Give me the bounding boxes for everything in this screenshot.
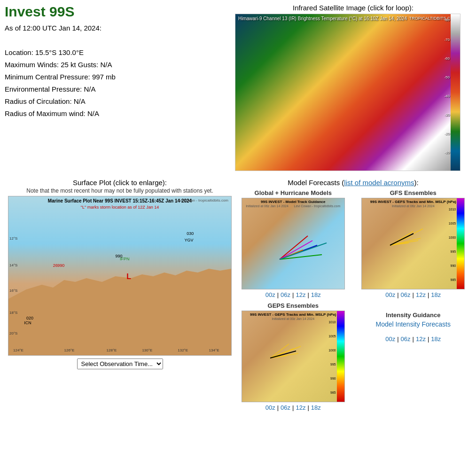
global-sep-1: | <box>277 291 279 298</box>
model-intensity-forecasts-link[interactable]: Model Intensity Forecasts <box>375 320 451 328</box>
geps-sep-3: | <box>307 404 309 411</box>
model-global-img-title: 99S INVEST - Model Track Guidance <box>261 200 325 204</box>
gefs-sep-3: | <box>428 291 429 298</box>
model-section-geps: GEPS Ensembles 99S INVEST - GEPS Tracks … <box>235 302 351 411</box>
model-global-image[interactable]: 99S INVEST - Model Track Guidance Initia… <box>242 198 345 289</box>
intensity-time-18z[interactable]: 18z <box>431 335 441 343</box>
model-geps-img-subtitle: Initialized at 00z Jan 14 2024 <box>272 317 314 320</box>
global-time-18z[interactable]: 18z <box>311 291 321 298</box>
model-panel: Model Forecasts (list of model acronyms)… <box>235 179 471 411</box>
satellite-panel: Infrared Satellite Image (click for loop… <box>235 4 471 171</box>
radius-circ: Radius of Circulation: N/A <box>5 96 230 107</box>
surface-label[interactable]: Surface Plot (click to enlarge): <box>73 179 167 187</box>
env-pressure: Environmental Pressure: N/A <box>5 84 230 95</box>
model-header: Model Forecasts (list of model acronyms)… <box>235 179 471 187</box>
gefs-time-12z[interactable]: 12z <box>416 291 426 298</box>
radius-max-wind: Radius of Maximum wind: N/A <box>5 108 230 119</box>
model-geps-time-links: 00z | 06z | 12z | 18z <box>265 404 321 411</box>
surface-map[interactable]: Marine Surface Plot Near 99S INVEST 15:1… <box>8 196 232 356</box>
gefs-sep-1: | <box>397 291 398 298</box>
geps-time-06z[interactable]: 06z <box>281 404 290 411</box>
observation-time-select[interactable]: Select Observation Time... <box>77 358 163 369</box>
model-section-global: Global + Hurricane Models 99S INVEST - M… <box>235 189 351 298</box>
model-acronym-link[interactable]: list of model acronyms <box>344 179 414 187</box>
satellite-overlay-text: Himawari-9 Channel 13 (IR) Brightness Te… <box>238 16 407 21</box>
gefs-time-00z[interactable]: 00z <box>385 291 395 298</box>
intensity-sep-1: | <box>397 335 398 343</box>
model-geps-image[interactable]: 99S INVEST - GEPS Tracks and Min. MSLP (… <box>242 311 345 402</box>
global-time-00z[interactable]: 00z <box>265 291 275 298</box>
model-geps-colorbar <box>337 311 344 402</box>
blank-line <box>5 35 230 46</box>
storm-marker-l: L <box>126 273 131 281</box>
surface-panel: Surface Plot (click to enlarge): Note th… <box>5 179 235 411</box>
model-gefs-time-links: 00z | 06z | 12z | 18z <box>385 291 441 298</box>
model-global-title: Global + Hurricane Models <box>255 189 332 196</box>
gefs-sep-2: | <box>413 291 414 298</box>
global-sep-2: | <box>292 291 294 298</box>
intensity-time-links: 00z | 06z | 12z | 18z <box>385 335 441 343</box>
select-time-container[interactable]: Select Observation Time... <box>77 358 163 369</box>
global-time-06z[interactable]: 06z <box>281 291 290 298</box>
model-gefs-img-subtitle: Initialized at 06z Jan 14 2024 <box>392 204 435 208</box>
model-global-time-links: 00z | 06z | 12z | 18z <box>265 291 321 298</box>
model-gefs-colorbar <box>457 198 464 289</box>
bottom-section: Surface Plot (click to enlarge): Note th… <box>0 175 476 415</box>
max-winds: Maximum Winds: 25 kt Gusts: N/A <box>5 59 230 70</box>
svg-line-16 <box>270 346 301 358</box>
svg-line-11 <box>390 238 421 245</box>
model-section-gefs: GFS Ensembles 99S INVEST - GEFS Tracks a… <box>355 189 472 298</box>
satellite-image[interactable]: Himawari-9 Channel 13 (IR) Brightness Te… <box>235 14 460 171</box>
geps-time-00z[interactable]: 00z <box>265 404 275 411</box>
model-gefs-img-title: 99S INVEST - GEFS Tracks and Min. MSLP (… <box>370 200 456 204</box>
model-header-end: ): <box>414 179 419 187</box>
surface-map-author: Levi Cowan - tropicaltidbits.com <box>175 198 228 203</box>
page-container: Invest 99S As of 12:00 UTC Jan 14, 2024:… <box>0 0 476 415</box>
top-section: Invest 99S As of 12:00 UTC Jan 14, 2024:… <box>0 0 476 175</box>
gefs-time-18z[interactable]: 18z <box>431 291 441 298</box>
model-geps-title: GEPS Ensembles <box>268 302 319 309</box>
location: Location: 15.5°S 130.0°E <box>5 47 230 58</box>
intensity-time-06z[interactable]: 06z <box>401 335 411 343</box>
geps-time-18z[interactable]: 18z <box>311 404 321 411</box>
model-global-img-subtitle: Initialized at 06z Jan 14 2024 Levi Cowa… <box>246 204 340 208</box>
geps-sep-2: | <box>292 404 294 411</box>
model-header-text: Model Forecasts ( <box>288 179 344 187</box>
svg-line-0 <box>280 236 308 259</box>
geps-time-12z[interactable]: 12z <box>296 404 305 411</box>
model-section-intensity: Intensity Guidance Model Intensity Forec… <box>355 302 472 411</box>
surface-map-title: Marine Surface Plot Near 99S INVEST 15:1… <box>48 198 192 203</box>
global-time-12z[interactable]: 12z <box>296 291 305 298</box>
model-grid: Global + Hurricane Models 99S INVEST - M… <box>235 189 471 411</box>
intensity-time-12z[interactable]: 12z <box>416 335 426 343</box>
intensity-sep-2: | <box>413 335 414 343</box>
model-geps-img-title: 99S INVEST - GEPS Tracks and Min. MSLP (… <box>250 312 336 317</box>
satellite-label[interactable]: Infrared Satellite Image (click for loop… <box>235 4 471 12</box>
intensity-sep-3: | <box>428 335 429 343</box>
min-pressure: Minimum Central Pressure: 997 mb <box>5 71 230 83</box>
land-shape <box>8 261 231 355</box>
satellite-brand: TROPICALTIDBITS.COM <box>409 16 457 21</box>
model-gefs-title: GFS Ensembles <box>390 189 437 196</box>
surface-note: Note that the most recent hour may not b… <box>26 187 213 194</box>
surface-map-subtitle: "L" marks storm location as of 12Z Jan 1… <box>81 205 159 210</box>
intensity-time-00z[interactable]: 00z <box>385 335 395 343</box>
model-gefs-image[interactable]: 99S INVEST - GEFS Tracks and Min. MSLP (… <box>361 198 465 289</box>
storm-info: As of 12:00 UTC Jan 14, 2024: Location: … <box>5 23 230 119</box>
gefs-time-06z[interactable]: 06z <box>401 291 411 298</box>
as-of: As of 12:00 UTC Jan 14, 2024: <box>5 23 230 34</box>
global-sep-3: | <box>307 291 309 298</box>
storm-title: Invest 99S <box>5 4 230 20</box>
left-info-panel: Invest 99S As of 12:00 UTC Jan 14, 2024:… <box>5 4 235 171</box>
geps-sep-1: | <box>277 404 279 411</box>
intensity-title: Intensity Guidance <box>386 312 440 319</box>
